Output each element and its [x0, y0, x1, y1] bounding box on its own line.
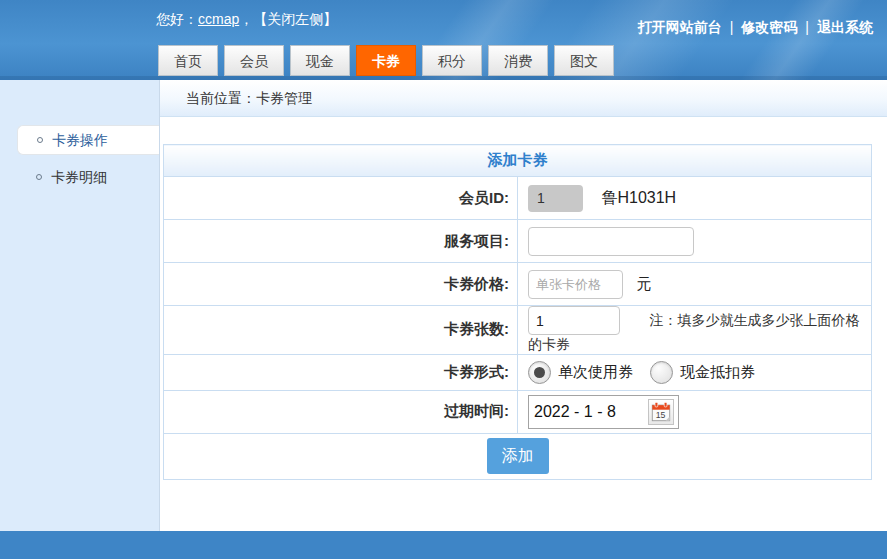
radio-single-use-label[interactable]: 单次使用券 — [558, 363, 633, 382]
welcome-suffix[interactable]: ，【关闭左侧】 — [239, 11, 337, 27]
coupon-type-options: 单次使用券 现金抵扣券 — [528, 361, 871, 384]
header: 您好：ccmap，【关闭左侧】 打开网站前台|修改密码|退出系统 首页 会员 现… — [0, 0, 887, 80]
coupon-type-cell: 单次使用券 现金抵扣券 — [518, 354, 872, 390]
open-site-link[interactable]: 打开网站前台 — [638, 19, 722, 35]
add-button[interactable]: 添加 — [487, 438, 549, 474]
submit-cell: 添加 — [164, 433, 872, 479]
radio-cash-deduction-label[interactable]: 现金抵扣券 — [680, 363, 755, 382]
radio-cash-deduction-icon[interactable] — [650, 361, 673, 384]
expiry-label: 过期时间: — [164, 390, 518, 433]
form-title: 添加卡券 — [164, 145, 872, 177]
tab-articles[interactable]: 图文 — [554, 45, 614, 76]
tab-cash[interactable]: 现金 — [290, 45, 350, 76]
price-input[interactable] — [528, 270, 623, 299]
member-id-cell: 1 鲁H1031H — [518, 177, 872, 220]
form-title-row: 添加卡券 — [164, 145, 872, 177]
main-nav-tabs: 首页 会员 现金 卡券 积分 消费 图文 — [158, 45, 620, 76]
logout-link[interactable]: 退出系统 — [817, 19, 873, 35]
member-id-value: 1 — [528, 185, 583, 212]
quantity-label: 卡券张数: — [164, 306, 518, 355]
coupon-type-label: 卡券形式: — [164, 354, 518, 390]
coupon-type-row: 卡券形式: 单次使用券 现金抵扣券 — [164, 354, 872, 390]
sidebar-item-coupon-details[interactable]: 卡券明细 — [0, 162, 159, 192]
price-cell: 元 — [518, 263, 872, 306]
license-plate-text: 鲁H1031H — [601, 189, 676, 206]
footer-bar — [0, 531, 887, 559]
price-row: 卡券价格: 元 — [164, 263, 872, 306]
price-unit: 元 — [636, 275, 651, 292]
tab-members[interactable]: 会员 — [224, 45, 284, 76]
tab-consumption[interactable]: 消费 — [488, 45, 548, 76]
header-gloss — [704, 0, 886, 80]
quantity-row: 卡券张数: 注：填多少就生成多少张上面价格的卡券 — [164, 306, 872, 355]
service-item-cell — [518, 220, 872, 263]
expiry-date-field[interactable]: 2022 - 1 - 8 15 — [528, 395, 679, 429]
username-link[interactable]: ccmap — [198, 11, 239, 27]
calendar-icon: 15 — [650, 401, 672, 423]
service-item-row: 服务项目: — [164, 220, 872, 263]
sidebar-item-label: 卡券操作 — [52, 125, 108, 155]
content: 当前位置：卡券管理 添加卡券 会员ID: 1 鲁H1031H 服务项目: — [160, 80, 887, 531]
tab-coupons[interactable]: 卡券 — [356, 45, 416, 76]
link-separator: | — [805, 19, 809, 35]
welcome-message: 您好：ccmap，【关闭左侧】 — [156, 11, 337, 29]
sidebar-item-label: 卡券明细 — [51, 162, 107, 192]
circle-bullet-icon — [37, 137, 43, 143]
circle-bullet-icon — [36, 174, 42, 180]
quantity-cell: 注：填多少就生成多少张上面价格的卡券 — [518, 306, 872, 355]
price-label: 卡券价格: — [164, 263, 518, 306]
tab-home[interactable]: 首页 — [158, 45, 218, 76]
radio-single-use-icon[interactable] — [528, 361, 551, 384]
middle-area: 卡券操作 卡券明细 当前位置：卡券管理 添加卡券 会员ID: 1 鲁H1031H — [0, 80, 887, 531]
quantity-input[interactable] — [528, 306, 620, 335]
expiry-row: 过期时间: 2022 - 1 - 8 — [164, 390, 872, 433]
add-coupon-form: 添加卡券 会员ID: 1 鲁H1031H 服务项目: 卡券价格: — [163, 144, 872, 480]
welcome-prefix: 您好： — [156, 11, 198, 27]
calendar-day-text: 15 — [656, 409, 666, 419]
sidebar-item-coupon-actions[interactable]: 卡券操作 — [17, 125, 159, 155]
expiry-cell: 2022 - 1 - 8 15 — [518, 390, 872, 433]
tab-points[interactable]: 积分 — [422, 45, 482, 76]
breadcrumb: 当前位置：卡券管理 — [160, 80, 887, 117]
submit-row: 添加 — [164, 433, 872, 479]
page: 您好：ccmap，【关闭左侧】 打开网站前台|修改密码|退出系统 首页 会员 现… — [0, 0, 887, 559]
top-links: 打开网站前台|修改密码|退出系统 — [638, 19, 873, 37]
member-id-row: 会员ID: 1 鲁H1031H — [164, 177, 872, 220]
change-password-link[interactable]: 修改密码 — [741, 19, 797, 35]
service-item-input[interactable] — [528, 227, 694, 256]
member-id-label: 会员ID: — [164, 177, 518, 220]
sidebar: 卡券操作 卡券明细 — [0, 80, 160, 531]
link-separator: | — [730, 19, 734, 35]
calendar-picker-button[interactable]: 15 — [648, 399, 674, 425]
expiry-date-value[interactable]: 2022 - 1 - 8 — [534, 403, 648, 421]
service-item-label: 服务项目: — [164, 220, 518, 263]
